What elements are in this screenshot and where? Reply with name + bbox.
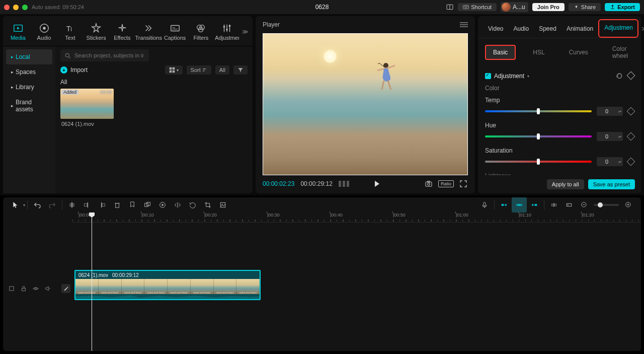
magnet-center-icon[interactable] (512, 197, 527, 213)
tabs-overflow-icon[interactable]: ≫ (240, 28, 251, 35)
main-track-magnet-icon[interactable] (546, 197, 561, 213)
tab-audio[interactable]: Audio (31, 21, 57, 43)
maximize-window-button[interactable] (22, 5, 28, 10)
prop-tab-adjustment[interactable]: Adjustment (598, 19, 638, 38)
playhead[interactable] (92, 213, 92, 351)
delete-left-tool[interactable] (79, 197, 95, 213)
share-button[interactable]: Share (569, 3, 601, 11)
compound-tool[interactable] (140, 197, 155, 213)
tab-adjustment[interactable]: Adjustment (214, 21, 240, 43)
sidebar-item-local[interactable]: ▸Local (6, 49, 52, 64)
zoom-slider[interactable] (594, 204, 619, 206)
save-preset-button[interactable]: Save as preset (588, 179, 635, 189)
speed-tool[interactable] (155, 197, 170, 213)
subtab-colorwheel[interactable]: Color wheel (605, 42, 635, 62)
undo-button[interactable] (30, 197, 45, 213)
adjustment-checkbox[interactable] (485, 73, 491, 79)
hide-track-icon[interactable] (32, 285, 39, 292)
export-button[interactable]: Export (605, 3, 640, 11)
minimize-window-button[interactable] (13, 5, 19, 10)
snapshot-icon[interactable] (424, 179, 433, 188)
reset-icon[interactable] (616, 73, 623, 80)
saturation-keyframe-icon[interactable] (627, 158, 635, 166)
saturation-value-input[interactable]: 0▴▾ (597, 157, 623, 166)
prop-tabs-overflow-icon[interactable]: ≫ (639, 25, 644, 32)
view-grid-button[interactable]: ▾ (165, 65, 183, 75)
voiceover-button[interactable] (477, 197, 492, 213)
magnet-right-icon[interactable] (527, 197, 542, 213)
hue-slider[interactable] (485, 135, 592, 137)
timeline[interactable]: |00:00 |00:10 |00:20 |00:30 |00:40 |00:5… (3, 213, 641, 351)
player-viewport[interactable] (263, 33, 468, 175)
tab-captions[interactable]: Captions (162, 21, 188, 43)
spinner-icon[interactable]: ▴▾ (617, 160, 623, 163)
lock-track-icon[interactable] (20, 285, 27, 292)
chevron-down-icon[interactable]: ▾ (527, 74, 529, 79)
mirror-tool[interactable] (170, 197, 185, 213)
prop-tab-audio[interactable]: Audio (508, 21, 534, 36)
tab-filters[interactable]: Filters (188, 21, 214, 43)
ratio-button[interactable]: Ratio (438, 180, 454, 187)
import-button[interactable]: + Import (60, 66, 88, 74)
hue-keyframe-icon[interactable] (627, 132, 635, 141)
subtab-curves[interactable]: Curves (562, 46, 595, 59)
spinner-icon[interactable]: ▴▾ (617, 135, 623, 138)
cursor-dropdown-icon[interactable]: ▾ (23, 203, 25, 207)
filter-all-button[interactable]: All (215, 65, 229, 75)
keyframe-icon[interactable] (627, 72, 635, 80)
redo-button[interactable] (45, 197, 60, 213)
hue-value-input[interactable]: 0▴▾ (597, 132, 623, 141)
prop-tab-animation[interactable]: Animation (561, 21, 598, 36)
tab-effects[interactable]: Effects (109, 21, 135, 43)
fullscreen-icon[interactable] (459, 179, 468, 188)
delete-tool[interactable] (110, 197, 125, 213)
prop-tab-speed[interactable]: Speed (534, 21, 561, 36)
delete-right-tool[interactable] (95, 197, 110, 213)
layout-icon[interactable] (446, 3, 454, 11)
sidebar-item-library[interactable]: ▸Library (6, 80, 52, 95)
tab-transitions[interactable]: Transitions (135, 21, 162, 43)
magnet-left-icon[interactable] (497, 197, 512, 213)
timeline-clip[interactable]: 0624 (1).mov 00:00:29:12 wave and freedw… (74, 270, 261, 300)
cursor-tool[interactable] (8, 197, 23, 213)
shortcut-button[interactable]: Shortcut (458, 3, 497, 11)
apply-to-all-button[interactable]: Apply to all (547, 179, 584, 189)
temp-keyframe-icon[interactable] (627, 107, 635, 116)
subtab-basic[interactable]: Basic (485, 45, 516, 60)
user-chip[interactable]: A...u (501, 2, 528, 12)
compare-view-icon[interactable] (339, 181, 349, 187)
tab-media[interactable]: Media (5, 21, 31, 43)
ai-tool[interactable] (215, 197, 230, 213)
slider-thumb[interactable] (537, 108, 540, 114)
search-input[interactable] (60, 49, 149, 61)
zoom-out-icon[interactable] (577, 197, 592, 213)
tab-text[interactable]: TIText (57, 21, 84, 43)
prop-tab-video[interactable]: Video (483, 21, 508, 36)
sidebar-item-brand-assets[interactable]: ▸Brand assets (6, 95, 52, 117)
play-button[interactable] (375, 181, 379, 187)
media-thumbnail[interactable]: Added 00:30 0624 (1).mov (60, 89, 114, 129)
temp-value-input[interactable]: 0▴▾ (597, 107, 623, 116)
preview-axis-icon[interactable] (561, 197, 577, 213)
marker-tool[interactable] (125, 197, 140, 213)
filter-button[interactable] (233, 65, 248, 75)
track-area[interactable]: 0624 (1).mov 00:00:29:12 wave and freedw… (3, 223, 641, 343)
tab-stickers[interactable]: Stickers (83, 21, 109, 43)
temp-slider[interactable] (485, 110, 592, 112)
join-pro-button[interactable]: Join Pro (532, 3, 565, 11)
spinner-icon[interactable]: ▴▾ (617, 110, 623, 113)
edit-track-button[interactable] (61, 284, 70, 293)
close-window-button[interactable] (4, 5, 10, 10)
slider-thumb[interactable] (537, 159, 540, 165)
mute-track-icon[interactable] (44, 285, 51, 292)
rotate-tool[interactable] (185, 197, 200, 213)
timeline-ruler[interactable]: |00:00 |00:10 |00:20 |00:30 |00:40 |00:5… (72, 213, 641, 223)
subtab-hsl[interactable]: HSL (526, 46, 551, 59)
hamburger-icon[interactable] (460, 22, 468, 28)
zoom-in-icon[interactable] (621, 197, 636, 213)
sort-button[interactable]: Sort (187, 65, 211, 75)
cover-track-icon[interactable] (8, 285, 15, 292)
crop-tool[interactable] (200, 197, 215, 213)
sidebar-item-spaces[interactable]: ▸Spaces (6, 64, 52, 80)
slider-thumb[interactable] (537, 133, 540, 139)
